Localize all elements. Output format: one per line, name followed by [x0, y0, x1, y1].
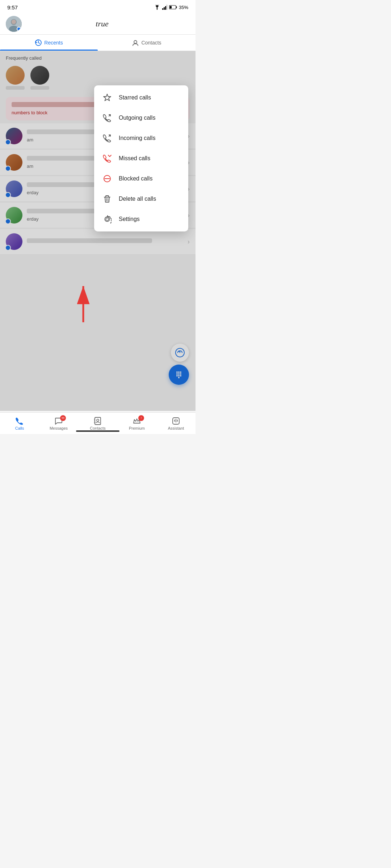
- tab-recents-label: Recents: [44, 40, 63, 46]
- menu-item-blocked[interactable]: Blocked calls: [94, 169, 188, 189]
- messages-badge: 99: [60, 415, 66, 421]
- call-missed-icon: [102, 153, 112, 163]
- app-logo: true: [14, 19, 190, 29]
- signal-icon: [162, 5, 167, 10]
- user-avatar[interactable]: [6, 16, 22, 32]
- star-icon: [102, 93, 112, 103]
- annotation-arrow: [69, 279, 98, 326]
- menu-item-starred[interactable]: Starred calls: [94, 88, 188, 108]
- svg-point-12: [12, 20, 16, 24]
- menu-label-incoming: Incoming calls: [119, 135, 155, 141]
- wifi-icon: [154, 5, 160, 10]
- app-header: true: [0, 13, 196, 35]
- battery-percent: 35%: [179, 5, 188, 10]
- home-indicator: [76, 430, 119, 432]
- menu-item-settings[interactable]: Settings: [94, 209, 188, 229]
- tabs-bar: Recents Contacts: [0, 35, 196, 51]
- nav-assistant-label: Assistant: [168, 426, 184, 430]
- call-outgoing-icon: [102, 113, 112, 123]
- avatar-online-dot: [17, 27, 21, 31]
- nav-assistant[interactable]: Assistant: [156, 413, 196, 434]
- menu-item-delete[interactable]: Delete all calls: [94, 189, 188, 209]
- menu-item-outgoing[interactable]: Outgoing calls: [94, 108, 188, 128]
- trash-icon: [102, 194, 112, 204]
- status-time: 9:57: [7, 4, 18, 10]
- svg-rect-4: [167, 5, 167, 10]
- svg-rect-2: [164, 7, 165, 10]
- gear-icon: [102, 214, 112, 224]
- svg-rect-6: [176, 7, 177, 8]
- battery-icon: [169, 5, 177, 9]
- menu-label-settings: Settings: [119, 216, 140, 222]
- menu-item-incoming[interactable]: Incoming calls: [94, 128, 188, 148]
- nav-contacts-label: Contacts: [90, 426, 105, 430]
- recents-icon: [35, 39, 42, 46]
- nav-premium[interactable]: ! Premium: [117, 413, 156, 434]
- menu-label-missed: Missed calls: [119, 155, 150, 162]
- svg-point-14: [134, 41, 137, 43]
- menu-label-outgoing: Outgoing calls: [119, 115, 155, 121]
- svg-rect-31: [95, 417, 101, 425]
- premium-badge-container: !: [133, 417, 141, 425]
- nav-calls-label: Calls: [15, 426, 24, 430]
- svg-point-0: [157, 9, 158, 10]
- blocked-icon: [102, 174, 112, 184]
- contacts-tab-icon: [132, 39, 139, 46]
- menu-label-starred: Starred calls: [119, 94, 151, 101]
- tab-contacts[interactable]: Contacts: [98, 35, 196, 51]
- phone-icon: [15, 417, 24, 425]
- status-bar: 9:57 35%: [0, 0, 196, 13]
- messages-badge-container: 99: [54, 417, 63, 425]
- status-icons: 35%: [154, 5, 188, 10]
- contacts-nav-icon: [93, 417, 102, 425]
- svg-rect-1: [162, 8, 163, 10]
- tab-contacts-label: Contacts: [141, 40, 161, 46]
- nav-premium-label: Premium: [129, 426, 145, 430]
- tab-recents[interactable]: Recents: [0, 35, 98, 51]
- main-content: Frequently called numbers to block am ›: [0, 51, 196, 411]
- menu-item-missed[interactable]: Missed calls: [94, 148, 188, 169]
- assistant-icon: [172, 417, 180, 425]
- nav-messages-label: Messages: [50, 426, 68, 430]
- menu-label-blocked: Blocked calls: [119, 175, 152, 182]
- nav-calls[interactable]: Calls: [0, 413, 39, 434]
- call-incoming-icon: [102, 133, 112, 143]
- dropdown-menu: Starred calls Outgoing calls: [94, 85, 188, 231]
- premium-badge: !: [138, 415, 144, 421]
- nav-messages[interactable]: 99 Messages: [39, 413, 78, 434]
- svg-rect-3: [165, 6, 166, 10]
- svg-rect-7: [169, 6, 172, 9]
- svg-rect-27: [106, 196, 109, 197]
- svg-point-32: [97, 419, 99, 421]
- menu-label-delete: Delete all calls: [119, 196, 156, 202]
